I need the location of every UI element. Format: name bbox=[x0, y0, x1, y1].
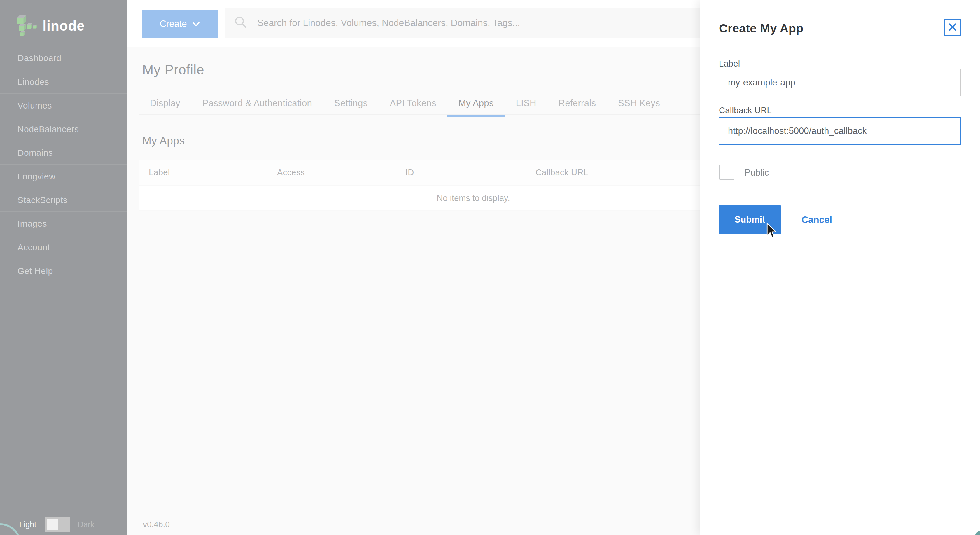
app-root: linode Dashboard Linodes Volumes NodeBal… bbox=[0, 0, 980, 535]
label-input[interactable] bbox=[719, 69, 961, 96]
close-icon bbox=[948, 22, 957, 33]
callback-url-input[interactable] bbox=[719, 117, 961, 145]
public-checkbox[interactable] bbox=[719, 164, 734, 180]
submit-button[interactable]: Submit bbox=[719, 205, 781, 234]
close-drawer-button[interactable] bbox=[944, 19, 961, 36]
cancel-button[interactable]: Cancel bbox=[796, 205, 837, 234]
create-my-app-drawer: Create My App Label Callback URL Public … bbox=[700, 0, 980, 535]
callback-url-field-label: Callback URL bbox=[719, 106, 772, 115]
drawer-title: Create My App bbox=[719, 22, 803, 35]
label-field-label: Label bbox=[719, 59, 740, 68]
public-checkbox-label: Public bbox=[745, 167, 769, 178]
